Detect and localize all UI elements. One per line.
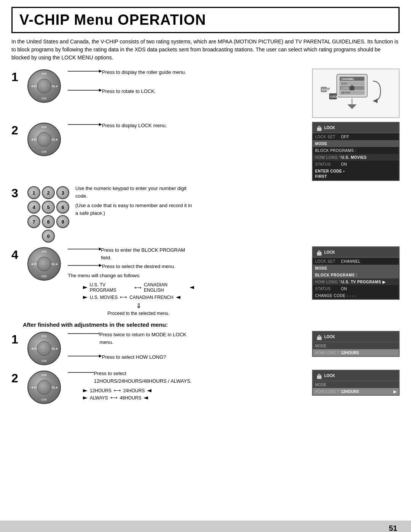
after-dial-1: CH CH ◄VOL VOL► ACTION (27, 332, 62, 366)
dial-center-a1 (37, 341, 51, 356)
svg-text:LOCK: LOCK (330, 95, 338, 98)
flow-us-movies: U.S. MOVIES (90, 295, 118, 300)
mode-howlong-label-1: MODE (315, 344, 341, 348)
us-movies-row-1: HOW LONG ? U.S. MOVIES (313, 154, 399, 161)
key-0[interactable]: 0 (42, 230, 55, 243)
after-step-1-right: LOCK MODE HOW LONG ? 12HOURS (194, 331, 400, 357)
first-row: FIRST (313, 174, 399, 180)
key-9[interactable]: 9 (56, 215, 69, 228)
after-ann-text-1-1: Press twice to return to MODE in LOCK me… (99, 331, 194, 346)
page-number: 51 (389, 524, 397, 532)
step-2-left: 2 CH CH ◄VOL VOL► ACTION (11, 122, 194, 157)
lock-icon-3 (315, 332, 323, 341)
howlong-active-1: HOW LONG ? 12HOURS (313, 349, 399, 356)
step-4-number: 4 (11, 249, 24, 261)
block-programs-row-2: BLOCK PROGRAMS : (313, 272, 399, 278)
mode-value-1: MODE (315, 142, 327, 146)
key-3[interactable]: 3 (56, 186, 69, 199)
svg-marker-40 (147, 389, 151, 392)
howlong-arrow-2: ▶ (393, 389, 397, 394)
title-box: V-CHIP Menu OPERATION (11, 7, 400, 33)
dial-center-2 (37, 132, 51, 147)
step-1-block: 1 CH CH ◄VOL VOL► ACTION (11, 69, 400, 118)
howlong-label-a2: HOW LONG ? (315, 390, 341, 394)
screen-content-2: LOCK SET CHANNEL MODE BLOCK PROGRAMS : H… (312, 258, 400, 300)
dial-ch-top: CH (41, 72, 47, 75)
dial-a2-ch-top: CH (41, 373, 47, 377)
svg-marker-35 (99, 355, 102, 358)
lock-set-value-1: OFF (341, 135, 349, 139)
key-7[interactable]: 7 (27, 215, 40, 228)
dial2-ch-bot: CH (41, 150, 47, 153)
key-1[interactable]: 1 (27, 186, 40, 199)
mode-row-1: MODE (313, 140, 399, 147)
flow-down-arrow: ⇓ (83, 302, 194, 310)
flow-can-eng: CANADIAN ENGLISH (144, 282, 187, 293)
change-code-row: CHANGE CODE - - - - (313, 292, 399, 299)
arrow-4-2 (68, 263, 102, 268)
arrow-a1-2 (68, 353, 102, 359)
dial-center-a2 (37, 380, 51, 395)
key-2[interactable]: 2 (42, 186, 55, 199)
flow-us-tv: U.S. TV PROGRAMS (90, 282, 132, 293)
flow-lr-2: ⟷ (120, 294, 127, 300)
key-5[interactable]: 5 (42, 201, 55, 214)
dial-2: CH CH ◄VOL VOL► ACTION (27, 123, 61, 156)
ann-text-3-1: Use the numeric keypad to enter your num… (75, 185, 194, 200)
numpad-wrap: 1 2 3 4 5 6 7 8 9 0 (27, 185, 69, 243)
flow-lr-a2: ⟷ (110, 395, 118, 401)
dial-ch-bot: CH (41, 97, 47, 100)
after-ann-text-2-1: Press to select 12HOURS/24HOURS/48HOURS … (94, 370, 194, 385)
status-row-1: STATUS ON (313, 161, 399, 168)
key-4[interactable]: 4 (27, 201, 40, 214)
lock-set-row-1: LOCK SET OFF (313, 133, 399, 140)
status-row-2: STATUS ON (313, 285, 399, 292)
always: ALWAYS (90, 395, 108, 401)
after-ann-text-1-2: Press to select HOW LONG? (102, 353, 166, 361)
after-step-1-annotations: Press twice to return to MODE in LOCK me… (68, 331, 194, 362)
after-ann-2-1: Press to select 12HOURS/24HOURS/48HOURS … (68, 370, 194, 385)
howlong-content-1: MODE HOW LONG ? 12HOURS (312, 342, 400, 357)
ann-text-2-1: Press to display LOCK menu. (102, 122, 167, 129)
screen-panel-2: LOCK LOCK SET CHANNEL MODE BLOCK PROGRAM… (312, 246, 400, 300)
svg-marker-30 (176, 296, 180, 299)
svg-rect-36 (317, 337, 322, 340)
dial2-ch-top: CH (41, 125, 47, 129)
mode-row-2: MODE (313, 265, 399, 272)
howlong-value-2: 12HOURS (341, 390, 359, 394)
status-value-1: ON (341, 162, 347, 166)
step-2-block: 2 CH CH ◄VOL VOL► ACTION (11, 122, 400, 181)
howlong-panel-2: LOCK MODE HOW LONG ? 12HOURS ▶ (312, 370, 400, 396)
arrow-1-2 (68, 88, 102, 93)
svg-marker-1 (99, 70, 102, 73)
lock-label-3: LOCK (324, 335, 335, 339)
key-8[interactable]: 8 (42, 215, 55, 228)
arrow-flow-2 (83, 295, 88, 300)
flow-proceed: Proceed to the selected menu. (83, 311, 194, 316)
dial-a1-ch-bot: CH (41, 359, 47, 363)
after-step-1-block: 1 CH CH ◄VOL VOL► ACTION (11, 331, 400, 366)
page-title: V-CHIP Menu OPERATION (19, 12, 392, 28)
arrow-a2-1 (68, 370, 94, 375)
after-flow-row-1: 12HOURS ⟷ 24HOURS (83, 388, 194, 393)
key-blank (27, 230, 40, 243)
svg-marker-28 (190, 286, 194, 289)
ann-text-1-2: Press to rotate to LOCK. (102, 88, 156, 95)
svg-marker-27 (83, 286, 88, 289)
key-6[interactable]: 6 (56, 201, 69, 214)
ann-text-1-1: Press to display the roller guide menu. (102, 69, 186, 76)
after-step-2-left: 2 CH CH ◄VOL VOL► ACTION (11, 370, 194, 405)
roller-guide-image: CHANNEL EXIT LOCK SETUP (312, 69, 400, 118)
svg-marker-39 (83, 389, 88, 392)
step-3-number: 3 (11, 187, 24, 199)
step-4-left: 4 CH CH ◄VOL VOL► ACTION (11, 246, 194, 318)
step-2-right: LOCK LOCK SET OFF MODE BLOCK PROGRAMS : (194, 122, 400, 181)
us-tv-value: U.S. TV PROGRAMS ▶ (341, 280, 386, 284)
ann-3-1: Use the numeric keypad to enter your num… (75, 185, 194, 200)
lock-set-row-2: LOCK SET CHANNEL (313, 258, 399, 265)
dial-a1-ch-top: CH (41, 334, 47, 338)
step-1-dial: CH CH ◄VOL VOL► ACTION (27, 69, 62, 104)
ann-text-4-1: Press to enter the BLOCK PROGRAM field. (101, 246, 194, 261)
svg-text:CHANNEL: CHANNEL (341, 78, 355, 80)
howlong-panel-1: LOCK MODE HOW LONG ? 12HOURS (312, 331, 400, 357)
